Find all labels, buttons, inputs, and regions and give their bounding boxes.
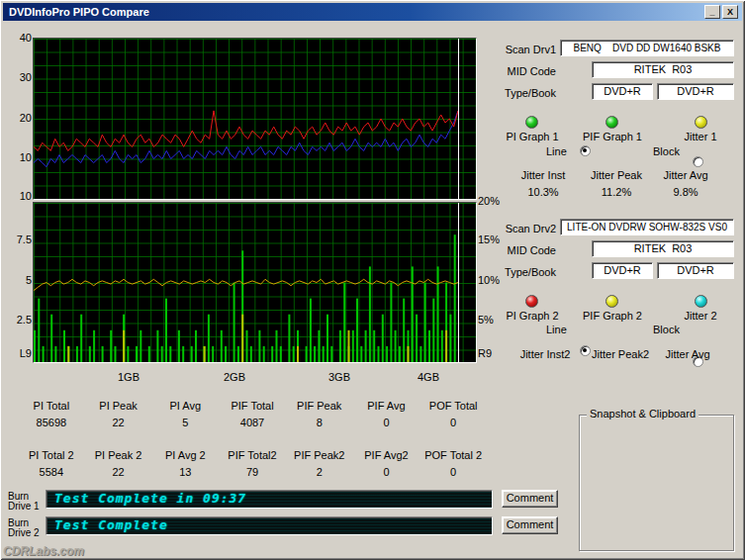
- pif-graph1-label: PIF Graph 1: [577, 131, 648, 142]
- jitter-inst2-label: Jitter Inst2: [512, 348, 578, 360]
- y-axis-label: 40: [6, 32, 32, 44]
- pi-graph1-led-icon: [525, 116, 538, 129]
- jitter2-led-icon: [695, 295, 707, 308]
- cdrlabs-watermark: CDRLabs.com: [3, 544, 84, 558]
- pif-jitter-traces: [34, 203, 476, 362]
- y-axis-label: 20: [6, 112, 32, 124]
- pif-graph1-led-icon: [605, 116, 618, 129]
- stats-row1-labels: PI Total PI Peak PI Avg PIF Total PIF Pe…: [18, 400, 487, 412]
- pif-graph2-label: PIF Graph 2: [577, 310, 648, 322]
- stat-value: 0: [353, 417, 420, 428]
- window-title: DVDInfoPro PIPO Compare: [9, 6, 149, 18]
- y-axis-label: 10: [6, 151, 32, 163]
- stat-label: PI Peak: [85, 400, 152, 412]
- stats-row2-labels: PI Total 2 PI Peak 2 PI Avg 2 PIF Total2…: [18, 449, 487, 461]
- y-axis-label: 10: [6, 190, 32, 202]
- stats-row1-values: 85698 22 5 4087 8 0 0: [18, 417, 487, 428]
- snapshot-clipboard-groupbox: Snapshot & Clipboard: [579, 415, 734, 551]
- jitter1-label: Jitter 1: [673, 131, 728, 142]
- pi-traces: [34, 39, 476, 199]
- x-axis-label: 2GB: [217, 371, 252, 383]
- y-axis-label: 5: [6, 274, 32, 286]
- jitter-peak1-label: Jitter Peak: [584, 169, 649, 181]
- axis-corner-label-left: L9: [6, 347, 32, 359]
- pif-jitter-chart[interactable]: [33, 202, 477, 363]
- mid-code1-value: RITEK R03: [592, 61, 734, 78]
- jitter-peak1-value: 11.2%: [584, 186, 649, 198]
- burn1-label-line2: Drive 1: [8, 501, 40, 512]
- y-axis-percent-label: 20%: [478, 195, 508, 207]
- jitter-peak2-label: Jitter Peak2: [586, 348, 655, 360]
- burn1-status-display: Test Complete in 09:37: [46, 490, 493, 509]
- title-bar[interactable]: DVDInfoPro PIPO Compare _ X: [3, 3, 742, 21]
- stat-value: 8: [286, 417, 353, 428]
- jitter-avg1-label: Jitter Avg: [655, 169, 716, 181]
- burn2-comment-button[interactable]: Comment: [502, 516, 558, 534]
- close-button[interactable]: X: [722, 5, 738, 19]
- burn2-status-display: Test Complete: [46, 516, 493, 535]
- stat-label: PI Total 2: [18, 449, 85, 461]
- type-book2-value2: DVD+R: [657, 262, 734, 279]
- stat-value: 2: [286, 466, 353, 478]
- line2-label: Line: [546, 324, 567, 335]
- burn2-label-line2: Drive 2: [8, 527, 40, 538]
- stat-label: PIF Avg2: [353, 449, 420, 461]
- block2-label: Block: [653, 324, 680, 335]
- scan-drv2-value: LITE-ON DVDRW SOHW-832S VS0: [560, 219, 734, 235]
- stat-label: PI Avg: [151, 400, 219, 412]
- minimize-button[interactable]: _: [704, 5, 720, 19]
- pi-compare-chart[interactable]: [33, 38, 477, 200]
- jitter2-label: Jitter 2: [673, 310, 728, 322]
- stat-value: 0: [419, 466, 487, 478]
- pif-graph2-led-icon: [605, 295, 618, 308]
- stat-value: 13: [151, 466, 219, 478]
- stat-label: PI Total: [18, 400, 85, 412]
- stat-value: 22: [85, 417, 152, 428]
- stat-label: POF Total: [419, 400, 487, 412]
- jitter-inst1-value: 10.3%: [512, 186, 574, 198]
- x-axis-label: 4GB: [411, 371, 446, 383]
- jitter-avg2-label: Jitter Avg: [657, 348, 718, 360]
- jitter1-led-icon: [695, 116, 707, 129]
- chart-cursor-line[interactable]: [458, 203, 459, 362]
- stat-value: 79: [219, 466, 286, 478]
- burn1-comment-button[interactable]: Comment: [502, 490, 558, 508]
- type-book1-label: Type/Book: [493, 87, 556, 99]
- pi-graph1-label: PI Graph 1: [498, 131, 567, 142]
- stat-label: PIF Peak: [286, 400, 353, 412]
- snapshot-clipboard-label: Snapshot & Clipboard: [587, 408, 698, 420]
- stat-value: 22: [85, 466, 152, 478]
- type-book2-value1: DVD+R: [592, 262, 653, 279]
- block1-radio[interactable]: [693, 156, 703, 167]
- scan-drv1-label: Scan Drv1: [493, 44, 556, 55]
- stat-label: POF Total 2: [419, 449, 487, 461]
- y-axis-label: 2.5: [6, 314, 32, 326]
- type-book2-label: Type/Book: [493, 266, 556, 278]
- type-book1-value1: DVD+R: [592, 83, 653, 100]
- type-book1-value2: DVD+R: [657, 83, 734, 100]
- stat-value: 4087: [219, 417, 286, 428]
- stats-row2-values: 5584 22 13 79 2 0 0: [18, 466, 487, 478]
- axis-corner-label-right: R9: [478, 347, 508, 359]
- stat-label: PIF Peak2: [286, 449, 353, 461]
- y-axis-label: 7.5: [6, 233, 32, 245]
- chart-cursor-line[interactable]: [458, 39, 459, 199]
- mid-code2-label: MID Code: [493, 244, 556, 256]
- pi-graph2-label: PI Graph 2: [498, 310, 567, 322]
- mid-code1-label: MID Code: [493, 65, 556, 77]
- scan-drv2-label: Scan Drv2: [493, 223, 556, 234]
- jitter-avg1-value: 9.8%: [655, 186, 716, 198]
- stat-value: 0: [419, 417, 487, 428]
- stat-value: 5584: [18, 466, 85, 478]
- scan-drv1-value: BENQ DVD DD DW1640 BSKB: [560, 40, 734, 56]
- jitter-inst1-label: Jitter Inst: [512, 169, 574, 181]
- x-axis-label: 1GB: [111, 371, 146, 383]
- y-axis-label: 30: [6, 71, 32, 83]
- stat-label: PIF Total: [219, 400, 286, 412]
- block1-label: Block: [653, 145, 680, 157]
- stat-value: 85698: [18, 417, 85, 428]
- line1-label: Line: [546, 145, 567, 157]
- stat-label: PI Peak 2: [85, 449, 152, 461]
- line1-radio[interactable]: [580, 145, 591, 156]
- stat-value: 5: [151, 417, 219, 428]
